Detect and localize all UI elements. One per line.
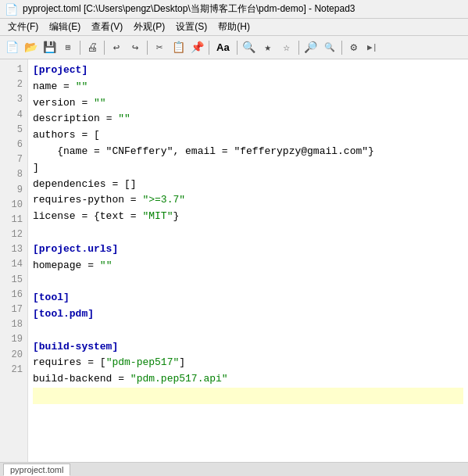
line-num-5: 5	[3, 123, 23, 138]
code-line-11	[33, 225, 463, 242]
line-num-9: 9	[3, 183, 23, 198]
sep6	[298, 41, 299, 55]
line-num-15: 15	[3, 273, 23, 288]
code-line-17	[33, 323, 463, 339]
line-num-4: 4	[3, 108, 23, 123]
line-num-1: 1	[3, 63, 23, 77]
sep3	[147, 41, 148, 55]
line-num-21: 21	[3, 363, 23, 378]
sep2	[104, 41, 105, 55]
editor-container: 123456789101112131415161718192021 [proje…	[0, 59, 468, 462]
sep7	[341, 41, 342, 55]
paste-btn[interactable]: 📌	[188, 39, 205, 56]
cut-btn[interactable]: ✂	[151, 39, 168, 56]
menu-item-编辑(E)[interactable]: 编辑(E)	[45, 19, 85, 35]
line-num-13: 13	[3, 242, 23, 257]
bookmark2-btn[interactable]: ☆	[278, 39, 295, 56]
line-num-2: 2	[3, 77, 23, 92]
code-line-7: ]	[33, 160, 463, 177]
sep5	[237, 41, 238, 55]
code-line-21	[33, 388, 463, 404]
title-bar: 📄 pyproject.toml [C:\Users\pengz\Desktop…	[0, 0, 468, 19]
print-btn[interactable]: 🖨	[84, 39, 101, 56]
app-icon: 📄	[5, 3, 18, 16]
code-area[interactable]: [project]name = ""version = ""descriptio…	[28, 59, 468, 462]
code-line-1: [project]	[33, 63, 463, 79]
undo-btn[interactable]: ↩	[108, 39, 125, 56]
line-num-7: 7	[3, 152, 23, 167]
menu-item-帮助(H)[interactable]: 帮助(H)	[213, 19, 255, 35]
bookmark-btn[interactable]: ★	[259, 39, 277, 56]
code-line-2: name = ""	[33, 79, 463, 95]
line-num-11: 11	[3, 213, 23, 227]
save-all-btn[interactable]: ⊞	[59, 39, 77, 56]
redo-btn[interactable]: ↪	[127, 39, 144, 56]
line-num-12: 12	[3, 227, 23, 242]
line-num-14: 14	[3, 257, 23, 272]
zoom-in-btn[interactable]: 🔎	[302, 39, 320, 56]
line-num-19: 19	[3, 332, 23, 347]
code-line-13: homepage = ""	[33, 258, 463, 274]
line-num-3: 3	[3, 92, 23, 107]
menu-item-外观(P)[interactable]: 外观(P)	[129, 19, 170, 35]
code-line-20: build-backend = "pdm.pep517.api"	[33, 371, 463, 388]
find-btn[interactable]: 🔍	[241, 39, 258, 56]
copy-btn[interactable]: 📋	[170, 39, 187, 56]
title-text: pyproject.toml [C:\Users\pengz\Desktop\当…	[23, 2, 355, 16]
zoom-out-btn[interactable]: 🔍	[321, 39, 338, 56]
open-btn[interactable]: 📂	[22, 39, 39, 56]
code-line-10: license = {text = "MIT"}	[33, 209, 463, 225]
new-btn[interactable]: 📄	[3, 39, 20, 56]
code-line-6: {name = "CNFeffery", email = "fefferypzy…	[33, 144, 463, 160]
line-num-18: 18	[3, 317, 23, 332]
line-num-8: 8	[3, 167, 23, 182]
tab-bar: pyproject.toml	[0, 462, 468, 476]
find-text-btn[interactable]: Aa	[213, 39, 234, 56]
code-line-9: requires-python = ">=3.7"	[33, 192, 463, 209]
tab-pyproject[interactable]: pyproject.toml	[3, 463, 70, 476]
code-line-15: [tool]	[33, 290, 463, 306]
code-line-12: [project.urls]	[33, 242, 463, 258]
line-num-10: 10	[3, 198, 23, 213]
line-num-6: 6	[3, 138, 23, 152]
line-numbers: 123456789101112131415161718192021	[0, 59, 28, 462]
code-line-18: [build-system]	[33, 339, 463, 356]
code-line-8: dependencies = []	[33, 177, 463, 193]
code-line-4: description = ""	[33, 111, 463, 127]
menu-bar: 文件(F)编辑(E)查看(V)外观(P)设置(S)帮助(H)	[0, 19, 468, 36]
menu-item-查看(V)[interactable]: 查看(V)	[87, 19, 127, 35]
save-btn[interactable]: 💾	[41, 39, 58, 56]
code-line-16: [tool.pdm]	[33, 306, 463, 323]
toolbar: 📄 📂 💾 ⊞ 🖨 ↩ ↪ ✂ 📋 📌 Aa 🔍 ★ ☆ 🔎 🔍 ⚙ ▶|	[0, 36, 468, 59]
code-line-19: requires = ["pdm-pep517"]	[33, 355, 463, 371]
end-btn[interactable]: ▶|	[364, 39, 381, 56]
line-num-20: 20	[3, 348, 23, 363]
code-line-3: version = ""	[33, 95, 463, 112]
line-num-17: 17	[3, 302, 23, 317]
menu-item-文件(F)[interactable]: 文件(F)	[3, 19, 43, 35]
settings-btn[interactable]: ⚙	[345, 39, 363, 56]
sep1	[80, 41, 80, 55]
line-num-16: 16	[3, 288, 23, 302]
code-line-14	[33, 274, 463, 290]
menu-item-设置(S)[interactable]: 设置(S)	[171, 19, 212, 35]
sep4	[209, 41, 209, 55]
code-line-5: authors = [	[33, 127, 463, 144]
